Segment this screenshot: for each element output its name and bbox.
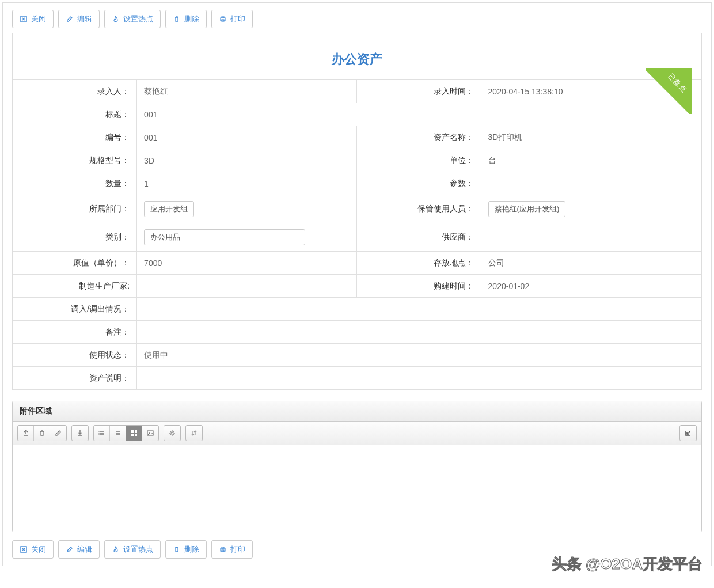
- edit-button[interactable]: 编辑: [58, 10, 100, 28]
- svg-rect-7: [131, 430, 134, 433]
- value-department: 应用开发组: [137, 195, 357, 223]
- form-panel: 已盘点 办公资产 录入人： 蔡艳红 录入时间： 2020-04-15 13:38…: [12, 33, 702, 390]
- attachment-header: 附件区域: [13, 401, 701, 422]
- category-tag[interactable]: 办公用品: [144, 229, 305, 245]
- asset-detail-table: 录入人： 蔡艳红 录入时间： 2020-04-15 13:38:10 标题： 0…: [13, 79, 701, 390]
- value-title: 001: [137, 103, 701, 126]
- value-transfer: [137, 298, 701, 321]
- svg-rect-2: [222, 17, 224, 18]
- edit-label: 编辑: [77, 14, 92, 24]
- label-location: 存放地点：: [357, 252, 481, 275]
- label-custodian: 保管使用人员：: [357, 195, 481, 223]
- edit-attachment-button[interactable]: [50, 426, 66, 441]
- label-usage-status: 使用状态：: [13, 344, 137, 367]
- print-label: 打印: [230, 544, 245, 555]
- download-button[interactable]: [72, 426, 88, 441]
- top-toolbar: 关闭 编辑 设置热点 删除 打印: [12, 10, 702, 28]
- print-icon: [219, 15, 227, 23]
- print-icon: [219, 545, 227, 553]
- label-original-value: 原值（单价）：: [13, 252, 137, 275]
- svg-point-5: [98, 433, 100, 434]
- attachment-section: 附件区域: [12, 401, 702, 532]
- department-tag[interactable]: 应用开发组: [144, 201, 194, 217]
- value-quantity: 1: [137, 172, 357, 195]
- pencil-icon: [66, 15, 74, 23]
- label-entry-time: 录入时间：: [357, 80, 481, 103]
- sort-button[interactable]: [186, 426, 202, 441]
- svg-rect-16: [222, 547, 224, 548]
- label-department: 所属部门：: [13, 195, 137, 223]
- print-label: 打印: [230, 14, 245, 24]
- value-location: 公司: [481, 252, 701, 275]
- value-remarks: [137, 321, 701, 344]
- status-ribbon: 已盘点: [646, 68, 692, 114]
- detail-view-button[interactable]: [110, 426, 126, 441]
- settings-button[interactable]: [164, 426, 180, 441]
- value-unit: 台: [481, 149, 701, 172]
- attachment-toolbar: [13, 422, 701, 445]
- value-number: 001: [137, 126, 357, 149]
- collapse-button[interactable]: [680, 426, 696, 441]
- label-number: 编号：: [13, 126, 137, 149]
- label-supplier: 供应商：: [357, 223, 481, 252]
- attachment-body[interactable]: [13, 445, 701, 532]
- value-manufacturer: [137, 275, 357, 298]
- edit-button-bottom[interactable]: 编辑: [58, 540, 100, 559]
- label-transfer: 调入/调出情况：: [13, 298, 137, 321]
- delete-button[interactable]: 删除: [165, 10, 207, 28]
- hotspot-button[interactable]: 设置热点: [104, 10, 161, 28]
- trash-icon: [173, 15, 181, 23]
- label-remarks: 备注：: [13, 321, 137, 344]
- delete-label: 删除: [184, 14, 199, 24]
- svg-rect-10: [135, 434, 137, 436]
- close-button-bottom[interactable]: 关闭: [12, 540, 54, 559]
- list-view-button[interactable]: [94, 426, 110, 441]
- hotspot-label: 设置热点: [123, 14, 153, 24]
- value-spec: 3D: [137, 149, 357, 172]
- label-asset-desc: 资产说明：: [13, 367, 137, 390]
- hotspot-label: 设置热点: [123, 544, 153, 555]
- delete-button-bottom[interactable]: 删除: [165, 540, 207, 559]
- hotspot-button-bottom[interactable]: 设置热点: [104, 540, 161, 559]
- svg-rect-9: [131, 434, 134, 436]
- label-category: 类别：: [13, 223, 137, 252]
- fire-icon: [112, 15, 120, 23]
- custodian-tag[interactable]: 蔡艳红(应用开发组): [488, 201, 566, 217]
- label-unit: 单位：: [357, 149, 481, 172]
- label-quantity: 数量：: [13, 172, 137, 195]
- label-params: 参数：: [357, 172, 481, 195]
- close-label: 关闭: [31, 14, 46, 24]
- pencil-icon: [66, 545, 74, 553]
- image-view-button[interactable]: [142, 426, 158, 441]
- upload-button[interactable]: [18, 426, 34, 441]
- delete-attachment-button[interactable]: [34, 426, 50, 441]
- close-button[interactable]: 关闭: [12, 10, 54, 28]
- close-label: 关闭: [31, 544, 46, 555]
- label-asset-name: 资产名称：: [357, 126, 481, 149]
- svg-point-13: [171, 432, 173, 434]
- label-manufacturer: 制造生产厂家:: [13, 275, 137, 298]
- svg-rect-8: [135, 430, 137, 433]
- value-entry-person: 蔡艳红: [137, 80, 357, 103]
- label-entry-person: 录入人：: [13, 80, 137, 103]
- trash-icon: [173, 545, 181, 553]
- value-usage-status: 使用中: [137, 344, 701, 367]
- value-params: [481, 172, 701, 195]
- value-asset-desc: [137, 367, 701, 390]
- page-title: 办公资产: [13, 33, 701, 79]
- close-icon: [20, 545, 28, 553]
- print-button-bottom[interactable]: 打印: [211, 540, 253, 559]
- value-custodian: 蔡艳红(应用开发组): [481, 195, 701, 223]
- close-icon: [20, 15, 28, 23]
- fire-icon: [112, 545, 120, 553]
- status-ribbon-text: 已盘点: [666, 72, 689, 95]
- svg-point-6: [98, 434, 100, 435]
- print-button[interactable]: 打印: [211, 10, 253, 28]
- value-original-value: 7000: [137, 252, 357, 275]
- value-category: 办公用品: [137, 223, 357, 252]
- value-supplier: [481, 223, 701, 252]
- grid-view-button[interactable]: [126, 426, 142, 441]
- value-asset-name: 3D打印机: [481, 126, 701, 149]
- edit-label: 编辑: [77, 544, 92, 555]
- delete-label: 删除: [184, 544, 199, 555]
